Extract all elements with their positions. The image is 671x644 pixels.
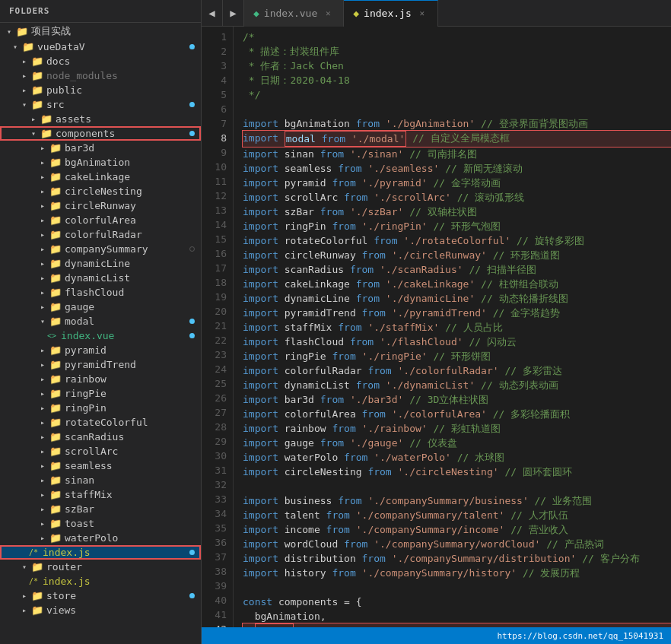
sidebar-item-ringPin[interactable]: ▸ 📁 ringPin [0, 401, 201, 415]
line-number: 12 [202, 189, 227, 203]
item-label: components [56, 128, 115, 139]
tab-nav-left[interactable]: ◀ [202, 0, 223, 27]
sidebar-item-src[interactable]: ▾ 📁 src [0, 97, 201, 112]
sidebar-item-root[interactable]: ▾ 📁 项目实战 [0, 23, 201, 40]
tab-close-button[interactable]: ✕ [322, 7, 334, 19]
arrow-icon: ▸ [37, 216, 49, 224]
sidebar-content[interactable]: ▾ 📁 项目实战 ▾ 📁 vueDataV ▸ 📁 docs ▸ 📁 node_… [0, 23, 201, 644]
sidebar-item-rotateColorful[interactable]: ▸ 📁 rotateColorful [0, 415, 201, 430]
arrow-icon: ▾ [18, 100, 30, 109]
tab-nav-right[interactable]: ▶ [223, 0, 244, 27]
item-label: colorfulRadar [65, 229, 142, 240]
sidebar-item-src-index-js[interactable]: /* index.js [0, 545, 201, 560]
arrow-icon: ▸ [37, 274, 49, 282]
item-label: cakeLinkage [65, 171, 130, 182]
line-number: 22 [202, 333, 227, 347]
code-line-8: import modal from './modal' // 自定义全局模态框 [243, 131, 671, 147]
line-number: 32 [202, 477, 227, 492]
sidebar-item-public[interactable]: ▸ 📁 public [0, 83, 201, 97]
item-label: staffMix [65, 489, 113, 500]
sidebar-item-scanRadius[interactable]: ▸ 📁 scanRadius [0, 430, 201, 444]
sidebar-item-flashCloud[interactable]: ▸ 📁 flashCloud [0, 285, 201, 300]
sidebar-item-components[interactable]: ▾ 📁 components [0, 126, 201, 141]
sidebar-item-companySummary[interactable]: ▸ 📁 companySummary [0, 242, 201, 256]
code-line-31: import circleNesting from './circleNesti… [243, 465, 671, 479]
line-number: 16 [202, 246, 227, 261]
sidebar-item-modal-index-vue[interactable]: <> index.vue [0, 328, 201, 343]
sidebar-item-waterPolo[interactable]: ▸ 📁 waterPolo [0, 531, 201, 545]
sidebar-item-bar3d[interactable]: ▸ 📁 bar3d [0, 141, 201, 155]
sidebar-item-views[interactable]: ▸ 📁 views [0, 603, 201, 617]
code-content[interactable]: /* * 描述：封装组件库 * 作者：Jack Chen * 日期：2020-0… [234, 27, 671, 627]
sidebar-item-cakeLinkage[interactable]: ▸ 📁 cakeLinkage [0, 170, 201, 184]
item-label: modal [65, 316, 94, 327]
arrow-icon: ▸ [37, 404, 49, 412]
folder-icon: 📁 [49, 402, 62, 414]
tab-close-button[interactable]: ✕ [416, 8, 428, 20]
folder-icon: 📁 [49, 359, 62, 370]
sidebar-item-sinan[interactable]: ▸ 📁 sinan [0, 473, 201, 487]
code-line-33: import business from './companySummary/b… [243, 493, 671, 508]
sidebar-item-assets[interactable]: ▸ 📁 assets [0, 112, 201, 126]
sidebar-item-modal[interactable]: ▾ 📁 modal [0, 314, 201, 328]
sidebar-item-circleRunway[interactable]: ▸ 📁 circleRunway [0, 198, 201, 213]
code-line-9: import sinan from './sinan' // 司南排名图 [243, 147, 671, 161]
line-number: 31 [202, 463, 227, 477]
arrow-icon: ▸ [18, 71, 30, 80]
sidebar-item-pyramid[interactable]: ▸ 📁 pyramid [0, 343, 201, 357]
arrow-icon: ▸ [27, 115, 40, 123]
sidebar-item-colorfulRadar[interactable]: ▸ 📁 colorfulRadar [0, 227, 201, 242]
arrow-icon: ▸ [37, 259, 49, 268]
sidebar-item-vuedatav[interactable]: ▾ 📁 vueDataV [0, 40, 201, 54]
tab-index-vue[interactable]: ◆ index.vue ✕ [244, 0, 344, 27]
sidebar-item-dynamicList[interactable]: ▸ 📁 dynamicList [0, 271, 201, 285]
sidebar-item-szBar[interactable]: ▸ 📁 szBar [0, 502, 201, 516]
folder-icon: 📁 [30, 604, 44, 616]
sidebar-item-scrollArc[interactable]: ▸ 📁 scrollArc [0, 444, 201, 458]
folder-icon: 📁 [49, 171, 62, 182]
sidebar-item-router-index-js[interactable]: /* index.js [0, 574, 201, 588]
folder-icon: 📁 [49, 316, 62, 327]
sidebar: FOLDERS ▾ 📁 项目实战 ▾ 📁 vueDataV ▸ 📁 docs [0, 0, 202, 644]
sidebar-item-ringPie[interactable]: ▸ 📁 ringPie [0, 386, 201, 401]
sidebar-item-seamless[interactable]: ▸ 📁 seamless [0, 458, 201, 473]
tab-index-js[interactable]: ◆ index.js ✕ [344, 0, 437, 27]
code-line-20: import pyramidTrend from './pyramidTrend… [243, 306, 671, 320]
item-label: szBar [65, 503, 94, 515]
sidebar-item-toast[interactable]: ▸ 📁 toast [0, 516, 201, 531]
sidebar-item-circleNesting[interactable]: ▸ 📁 circleNesting [0, 184, 201, 198]
sidebar-item-colorfulArea[interactable]: ▸ 📁 colorfulArea [0, 213, 201, 227]
sidebar-item-pyramidTrend[interactable]: ▸ 📁 pyramidTrend [0, 357, 201, 372]
sidebar-item-docs[interactable]: ▸ 📁 docs [0, 54, 201, 68]
sidebar-item-staffMix[interactable]: ▸ 📁 staffMix [0, 487, 201, 502]
line-number: 8 [202, 131, 227, 145]
folder-icon: 📁 [49, 258, 62, 269]
item-label: bgAnimation [65, 157, 130, 168]
tab-bar: ◀ ▶ ◆ index.vue ✕ ◆ index.js ✕ [202, 0, 671, 27]
line-numbers: 1 2 3 4 5 6 7 8 9 10 11 12 13 14 15 16 1… [202, 27, 234, 627]
arrow-icon: ▸ [37, 519, 49, 528]
folder-icon: 📁 [49, 518, 62, 529]
code-line-1: /* [243, 30, 671, 44]
folder-icon: 📁 [49, 431, 62, 443]
tab-label: index.js [364, 8, 412, 19]
sidebar-item-router[interactable]: ▾ 📁 router [0, 560, 201, 574]
code-editor: 1 2 3 4 5 6 7 8 9 10 11 12 13 14 15 16 1… [202, 27, 671, 627]
sidebar-item-rainbow[interactable]: ▸ 📁 rainbow [0, 372, 201, 386]
sidebar-item-node-modules[interactable]: ▸ 📁 node_modules [0, 68, 201, 83]
code-line-19: import dynamicLine from './dynamicLine' … [243, 291, 671, 306]
folder-icon: 📁 [49, 446, 62, 457]
dot-indicator [189, 550, 195, 555]
sidebar-item-bgAnimation[interactable]: ▸ 📁 bgAnimation [0, 155, 201, 170]
sidebar-item-gauge[interactable]: ▸ 📁 gauge [0, 300, 201, 314]
sidebar-item-store[interactable]: ▸ 📁 store [0, 588, 201, 603]
sidebar-item-dynamicLine[interactable]: ▸ 📁 dynamicLine [0, 256, 201, 271]
folder-icon: 📁 [30, 84, 44, 96]
folder-icon: 📁 [30, 561, 44, 573]
folder-icon: 📁 [49, 287, 62, 298]
line-number: 20 [202, 304, 227, 319]
arrow-icon: ▸ [37, 433, 49, 441]
folder-icon: 📁 [49, 272, 62, 284]
item-label: flashCloud [65, 287, 124, 298]
item-label: sinan [65, 474, 94, 486]
